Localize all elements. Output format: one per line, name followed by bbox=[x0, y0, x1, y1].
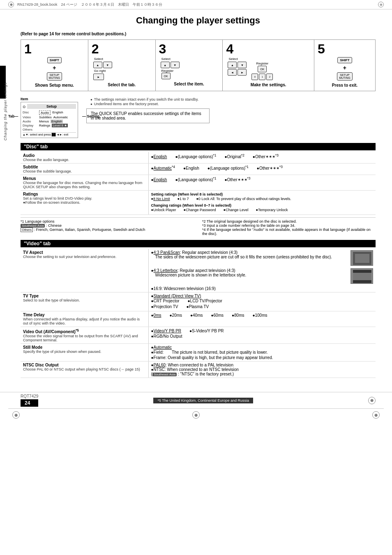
step-1-desc: Shows Setup menu. bbox=[24, 83, 85, 88]
page-wrapper: ⊕ RN17429-28_book.book 24 ページ ２００４年３月４日 … bbox=[0, 0, 392, 555]
down-btn-4[interactable]: ▼ bbox=[238, 62, 247, 68]
step-5-number: 5 bbox=[318, 42, 372, 55]
step-1: 1 SHIFT + SETUPMUTING Shows Setup menu. bbox=[21, 40, 88, 91]
disc-settings-table: Audio Choose the audio language. ●Englis… bbox=[21, 152, 376, 215]
disc-subtitle-value-cell: ●Automatic*4 ●English ●(Language options… bbox=[148, 164, 376, 175]
shift-button[interactable]: SHIFT bbox=[47, 57, 62, 63]
step-3-select-label: Select bbox=[161, 57, 219, 61]
disc-audio-desc: Choose the audio language. bbox=[23, 158, 146, 162]
others-badge: Others bbox=[21, 228, 33, 232]
disc-audio-row: Audio Choose the audio language. ●Englis… bbox=[21, 152, 376, 164]
video-out-desc: Choose the video signal format to be out… bbox=[23, 334, 146, 342]
tv-aspect-value-cell: ●4:3 Pan&Scan: Regular aspect television… bbox=[148, 249, 376, 292]
setup-muting-button-5[interactable]: SETUPMUTING bbox=[337, 72, 353, 81]
time-delay-desc: When connected with a Plasma display, ad… bbox=[23, 317, 146, 325]
footnote-5-text: *5 The United Kingdom, Continental Europ… bbox=[157, 398, 249, 403]
ratings-when8: Setting ratings (When level 8 is selecte… bbox=[151, 192, 373, 202]
step-4-number: 4 bbox=[226, 42, 311, 55]
step-2-number: 2 bbox=[92, 42, 152, 55]
setup-title: Setup bbox=[27, 104, 76, 109]
tv-type-label-cell: TV Type Select to suit the type of telev… bbox=[21, 292, 148, 311]
pal60-option: PAL60 bbox=[154, 363, 166, 367]
note-2: Underlined items are the factory preset. bbox=[90, 102, 376, 106]
steps-container: 1 SHIFT + SETUPMUTING Shows Setup menu. … bbox=[21, 39, 376, 91]
southeast-asia-badge-2: Southeast Asia bbox=[152, 373, 177, 376]
quick-setup-text: The QUICK SETUP enables successive setti… bbox=[91, 111, 201, 120]
panscan-option: ●4:3 Pan&Scan: Regular aspect television… bbox=[151, 250, 373, 266]
step-5-buttons: SHIFT + SETUPMUTING bbox=[318, 57, 372, 81]
up-btn-4[interactable]: ▲ bbox=[228, 62, 237, 68]
footer-right: ⊕ bbox=[368, 397, 376, 404]
right-button[interactable]: ► bbox=[93, 74, 104, 80]
step-4-desc: Make the settings. bbox=[226, 83, 311, 87]
down-button[interactable]: ▼ bbox=[103, 62, 112, 68]
subtitle-auto-option: Automatic bbox=[154, 166, 172, 170]
disc-footnote-left: *1 Language options Southeast Asia : Chi… bbox=[21, 219, 194, 236]
bottom-right-mark: ⊕ bbox=[372, 411, 380, 419]
num-2[interactable]: 2 bbox=[266, 74, 273, 80]
up-button[interactable]: ▲ bbox=[93, 62, 102, 68]
content-area: Changing the player settings (Refer to p… bbox=[0, 9, 392, 388]
video-out-name: Video Out (AV/Component)*5 bbox=[23, 328, 146, 334]
setup-muting-button[interactable]: SETUPMUTING bbox=[47, 72, 62, 81]
video-settings-table: TV Aspect Choose the setting to suit you… bbox=[21, 249, 376, 378]
tab-label: Tab— bbox=[8, 114, 18, 118]
step-3-controls: ▲ ▼ bbox=[161, 62, 219, 68]
ntsc-output-desc: Choose PAL 60 or NTSC output when playin… bbox=[23, 367, 146, 371]
auto-still-option: Automatic bbox=[154, 345, 172, 350]
page-number: 24 bbox=[21, 399, 38, 407]
fn3: *3 Input a code number referring to the … bbox=[202, 223, 376, 228]
num-0[interactable]: 0 bbox=[251, 74, 258, 80]
menu-row-video: Video Subtitles Automatic bbox=[23, 115, 76, 119]
disc-audio-name: Audio bbox=[23, 153, 146, 158]
disc-subtitle-desc: Choose the subtitle language. bbox=[23, 169, 146, 173]
disc-ratings-desc: Set a ratings level to limit DVD-Video p… bbox=[23, 196, 146, 205]
note-1: The settings remain intact even if you s… bbox=[90, 97, 376, 101]
disc-ratings-value-cell: Setting ratings (When level 8 is selecte… bbox=[148, 191, 376, 215]
shift-button-5[interactable]: SHIFT bbox=[337, 57, 352, 63]
disc-tab-label: "Disc" tab bbox=[24, 144, 48, 150]
svg-rect-2 bbox=[355, 254, 369, 263]
step-4-select-label: Select bbox=[228, 57, 311, 61]
page-title: Changing the player settings bbox=[21, 15, 376, 26]
disc-tab-header: "Disc" tab bbox=[21, 143, 376, 150]
disc-menus-label-cell: Menus Choose the language for disc menus… bbox=[21, 175, 148, 191]
file-ref: RN17429-28_book.book 24 ページ ２００４年３月４日 木曜… bbox=[17, 2, 162, 7]
register-button-4[interactable]: OK bbox=[258, 66, 267, 72]
step-3-desc: Select the item. bbox=[159, 82, 219, 86]
still-mode-value-cell: ●Automatic ●Field: The picture is not bl… bbox=[148, 344, 376, 362]
right-btn-4[interactable]: ► bbox=[238, 69, 247, 76]
diagram-wrapper: Item ⊙ Setup Disc Audio English Video Su… bbox=[21, 97, 78, 138]
panscan-label: 4:3 Pan&Scan bbox=[154, 250, 180, 255]
0ms-option: 0ms bbox=[154, 313, 161, 318]
down-btn-3[interactable]: ▼ bbox=[171, 62, 180, 68]
video-out-label-cell: Video Out (AV/Component)*5 Choose the vi… bbox=[21, 327, 148, 344]
no-limit-option: 8 No Limit bbox=[153, 197, 170, 201]
up-btn-3[interactable]: ▲ bbox=[161, 62, 170, 68]
left-btn-4[interactable]: ◄ bbox=[228, 69, 237, 76]
video-tab-label: "Video" tab bbox=[24, 241, 51, 246]
diagram-area: Item ⊙ Setup Disc Audio English Video Su… bbox=[21, 97, 376, 138]
footer-left: RQT7429 24 bbox=[21, 394, 38, 407]
menu-row-display: Display Ratings Level 8 ★ bbox=[23, 124, 76, 127]
disc-ratings-row: Ratings Set a ratings level to limit DVD… bbox=[21, 191, 376, 215]
refer-note: (Refer to page 14 for remote control but… bbox=[21, 32, 376, 36]
bottom-center-mark: ⊕ bbox=[192, 411, 200, 419]
tv-aspect-row: TV Aspect Choose the setting to suit you… bbox=[21, 249, 376, 292]
step-4: 4 Select ▲ ▼ ◄ ► Register bbox=[223, 40, 314, 91]
register-button-3[interactable]: OK bbox=[161, 73, 171, 79]
num-1[interactable]: 1 bbox=[259, 74, 265, 80]
fn1-southeast: Southeast Asia : Chinese bbox=[21, 223, 194, 228]
go-right-label: Go right bbox=[94, 69, 112, 73]
disc-footnotes: *1 Language options Southeast Asia : Chi… bbox=[21, 217, 376, 236]
setting-label: — Setting bbox=[82, 114, 99, 118]
item-label: Item bbox=[21, 97, 78, 101]
ntsc-output-row: NTSC Disc Output Choose PAL 60 or NTSC o… bbox=[21, 362, 376, 378]
disc-ratings-label-cell: Ratings Set a ratings level to limit DVD… bbox=[21, 191, 148, 215]
tv-type-name: TV Type bbox=[23, 294, 146, 298]
still-mode-name: Still Mode bbox=[23, 345, 146, 350]
settings-notes: The settings remain intact even if you s… bbox=[86, 97, 376, 106]
disc-subtitle-label-cell: Subtitle Choose the subtitle language. bbox=[21, 164, 148, 175]
step-2: 2 Select ▲ ▼ Go right ► Select the tab. bbox=[88, 40, 156, 91]
step-1-buttons: SHIFT + SETUPMUTING bbox=[24, 57, 85, 81]
